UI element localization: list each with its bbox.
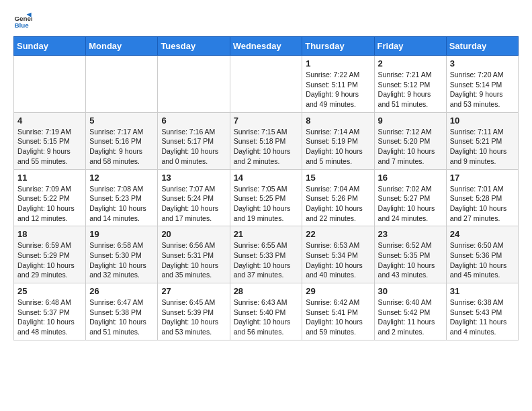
calendar-cell: 9Sunrise: 7:12 AM Sunset: 5:20 PM Daylig… [374,112,446,169]
day-info: Sunrise: 7:15 AM Sunset: 5:18 PM Dayligh… [234,127,299,167]
day-number: 3 [450,58,515,68]
calendar: SundayMondayTuesdayWednesdayThursdayFrid… [13,36,519,340]
header-day-tuesday: Tuesday [158,37,230,56]
day-number: 9 [378,116,443,126]
day-info: Sunrise: 7:04 AM Sunset: 5:26 PM Dayligh… [306,184,370,224]
calendar-header-row: SundayMondayTuesdayWednesdayThursdayFrid… [14,37,519,56]
day-number: 30 [378,286,443,296]
calendar-cell: 27Sunrise: 6:45 AM Sunset: 5:39 PM Dayli… [158,283,230,340]
day-number: 19 [89,229,154,239]
day-number: 17 [450,173,515,183]
day-info: Sunrise: 7:01 AM Sunset: 5:28 PM Dayligh… [450,184,515,224]
day-info: Sunrise: 6:40 AM Sunset: 5:42 PM Dayligh… [378,298,443,337]
calendar-cell: 10Sunrise: 7:11 AM Sunset: 5:21 PM Dayli… [446,112,518,169]
calendar-week-3: 11Sunrise: 7:09 AM Sunset: 5:22 PM Dayli… [14,169,519,226]
day-number: 29 [306,286,370,296]
svg-text:Blue: Blue [14,21,29,29]
calendar-week-2: 4Sunrise: 7:19 AM Sunset: 5:15 PM Daylig… [14,112,519,169]
calendar-cell [14,56,86,113]
logo-icon: General Blue [13,11,32,30]
day-number: 8 [306,116,370,126]
calendar-cell: 17Sunrise: 7:01 AM Sunset: 5:28 PM Dayli… [446,169,518,226]
day-number: 6 [161,116,226,126]
day-number: 11 [17,173,82,183]
calendar-cell: 19Sunrise: 6:58 AM Sunset: 5:30 PM Dayli… [86,226,158,283]
day-number: 27 [161,286,226,296]
calendar-cell: 11Sunrise: 7:09 AM Sunset: 5:22 PM Dayli… [14,169,86,226]
calendar-cell: 15Sunrise: 7:04 AM Sunset: 5:26 PM Dayli… [302,169,374,226]
day-info: Sunrise: 7:09 AM Sunset: 5:22 PM Dayligh… [17,184,82,224]
day-info: Sunrise: 7:05 AM Sunset: 5:25 PM Dayligh… [234,184,299,224]
day-info: Sunrise: 6:43 AM Sunset: 5:40 PM Dayligh… [234,298,299,337]
day-info: Sunrise: 7:12 AM Sunset: 5:20 PM Dayligh… [378,127,443,167]
day-number: 18 [17,229,82,239]
calendar-cell: 20Sunrise: 6:56 AM Sunset: 5:31 PM Dayli… [158,226,230,283]
day-number: 15 [306,173,370,183]
day-info: Sunrise: 6:59 AM Sunset: 5:29 PM Dayligh… [17,240,82,280]
calendar-cell: 7Sunrise: 7:15 AM Sunset: 5:18 PM Daylig… [230,112,302,169]
day-info: Sunrise: 6:48 AM Sunset: 5:37 PM Dayligh… [17,298,82,337]
calendar-cell: 5Sunrise: 7:17 AM Sunset: 5:16 PM Daylig… [86,112,158,169]
calendar-cell: 4Sunrise: 7:19 AM Sunset: 5:15 PM Daylig… [14,112,86,169]
day-info: Sunrise: 6:56 AM Sunset: 5:31 PM Dayligh… [161,240,226,280]
calendar-cell: 12Sunrise: 7:08 AM Sunset: 5:23 PM Dayli… [86,169,158,226]
calendar-week-1: 1Sunrise: 7:22 AM Sunset: 5:11 PM Daylig… [14,56,519,113]
calendar-cell [230,56,302,113]
day-info: Sunrise: 6:50 AM Sunset: 5:36 PM Dayligh… [450,240,515,280]
calendar-cell: 28Sunrise: 6:43 AM Sunset: 5:40 PM Dayli… [230,283,302,340]
calendar-cell: 25Sunrise: 6:48 AM Sunset: 5:37 PM Dayli… [14,283,86,340]
day-number: 16 [378,173,443,183]
day-info: Sunrise: 6:58 AM Sunset: 5:30 PM Dayligh… [89,240,154,280]
day-info: Sunrise: 7:16 AM Sunset: 5:17 PM Dayligh… [161,127,226,167]
day-number: 22 [306,229,370,239]
calendar-cell: 6Sunrise: 7:16 AM Sunset: 5:17 PM Daylig… [158,112,230,169]
day-number: 1 [306,58,370,68]
day-info: Sunrise: 7:08 AM Sunset: 5:23 PM Dayligh… [89,184,154,224]
day-number: 24 [450,229,515,239]
calendar-cell: 2Sunrise: 7:21 AM Sunset: 5:12 PM Daylig… [374,56,446,113]
day-info: Sunrise: 6:47 AM Sunset: 5:38 PM Dayligh… [89,298,154,337]
calendar-cell: 14Sunrise: 7:05 AM Sunset: 5:25 PM Dayli… [230,169,302,226]
day-number: 12 [89,173,154,183]
day-info: Sunrise: 7:19 AM Sunset: 5:15 PM Dayligh… [17,127,82,167]
day-number: 26 [89,286,154,296]
calendar-cell: 24Sunrise: 6:50 AM Sunset: 5:36 PM Dayli… [446,226,518,283]
day-info: Sunrise: 7:07 AM Sunset: 5:24 PM Dayligh… [161,184,226,224]
day-number: 28 [234,286,299,296]
calendar-cell [86,56,158,113]
day-info: Sunrise: 7:17 AM Sunset: 5:16 PM Dayligh… [89,127,154,167]
day-info: Sunrise: 6:55 AM Sunset: 5:33 PM Dayligh… [234,240,299,280]
day-number: 31 [450,286,515,296]
calendar-cell: 31Sunrise: 6:38 AM Sunset: 5:43 PM Dayli… [446,283,518,340]
header: General Blue [13,11,519,30]
calendar-week-5: 25Sunrise: 6:48 AM Sunset: 5:37 PM Dayli… [14,283,519,340]
day-info: Sunrise: 6:53 AM Sunset: 5:34 PM Dayligh… [306,240,370,280]
calendar-cell: 13Sunrise: 7:07 AM Sunset: 5:24 PM Dayli… [158,169,230,226]
calendar-cell: 29Sunrise: 6:42 AM Sunset: 5:41 PM Dayli… [302,283,374,340]
day-number: 4 [17,116,82,126]
calendar-cell: 16Sunrise: 7:02 AM Sunset: 5:27 PM Dayli… [374,169,446,226]
day-number: 23 [378,229,443,239]
day-number: 7 [234,116,299,126]
header-day-sunday: Sunday [14,37,86,56]
calendar-cell: 1Sunrise: 7:22 AM Sunset: 5:11 PM Daylig… [302,56,374,113]
calendar-cell: 30Sunrise: 6:40 AM Sunset: 5:42 PM Dayli… [374,283,446,340]
header-day-thursday: Thursday [302,37,374,56]
calendar-cell: 23Sunrise: 6:52 AM Sunset: 5:35 PM Dayli… [374,226,446,283]
day-info: Sunrise: 6:52 AM Sunset: 5:35 PM Dayligh… [378,240,443,280]
calendar-cell: 26Sunrise: 6:47 AM Sunset: 5:38 PM Dayli… [86,283,158,340]
day-info: Sunrise: 7:20 AM Sunset: 5:14 PM Dayligh… [450,70,515,109]
calendar-cell: 21Sunrise: 6:55 AM Sunset: 5:33 PM Dayli… [230,226,302,283]
day-info: Sunrise: 6:38 AM Sunset: 5:43 PM Dayligh… [450,298,515,337]
day-info: Sunrise: 7:14 AM Sunset: 5:19 PM Dayligh… [306,127,370,167]
day-number: 10 [450,116,515,126]
day-info: Sunrise: 6:45 AM Sunset: 5:39 PM Dayligh… [161,298,226,337]
day-info: Sunrise: 7:02 AM Sunset: 5:27 PM Dayligh… [378,184,443,224]
day-number: 13 [161,173,226,183]
calendar-cell: 18Sunrise: 6:59 AM Sunset: 5:29 PM Dayli… [14,226,86,283]
calendar-cell [158,56,230,113]
day-number: 20 [161,229,226,239]
header-day-monday: Monday [86,37,158,56]
calendar-cell: 22Sunrise: 6:53 AM Sunset: 5:34 PM Dayli… [302,226,374,283]
day-number: 21 [234,229,299,239]
